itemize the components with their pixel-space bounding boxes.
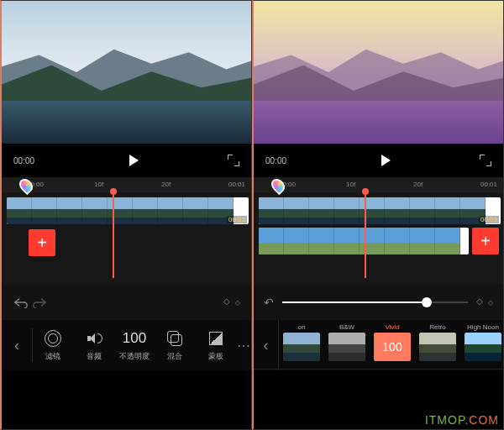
plus-icon: +: [37, 233, 47, 253]
effects-icon[interactable]: [476, 296, 493, 308]
plus-icon: +: [480, 232, 491, 251]
preview-image-filtered: [254, 1, 503, 144]
speaker-icon: [87, 332, 101, 345]
tool-opacity[interactable]: 100 不透明度: [114, 329, 155, 362]
intensity-slider-row: ↶: [254, 285, 503, 320]
ruler-tick: 20f: [161, 181, 171, 188]
add-track-button[interactable]: +: [29, 229, 55, 256]
preview-image-original: [2, 1, 251, 144]
ruler-tick: 20f: [413, 181, 423, 188]
intensity-slider[interactable]: [282, 302, 468, 303]
filter-swatch: [328, 333, 365, 361]
play-button[interactable]: [381, 155, 391, 166]
filter-intensity: 100: [382, 340, 402, 354]
tool-blend[interactable]: 混合: [155, 329, 195, 362]
tool-mask[interactable]: 蒙板: [196, 329, 236, 362]
overlay-clip-track[interactable]: [259, 228, 469, 254]
undo-button[interactable]: ↶: [264, 296, 274, 309]
clip-duration: 00:03: [227, 216, 247, 223]
chevron-left-icon: ‹: [264, 337, 269, 354]
tool-audio[interactable]: 音频: [73, 329, 113, 362]
filter-item-none[interactable]: on: [279, 320, 324, 370]
back-button[interactable]: ‹: [254, 320, 279, 370]
filter-swatch-selected: 100: [374, 333, 411, 361]
edit-controls-row: [2, 285, 251, 320]
video-clip-track[interactable]: 00:03: [259, 197, 501, 224]
editor-screen-left: 00:00 00:00 10f 20f 00:01 00:03 + ‹: [0, 0, 252, 430]
video-preview: 00:00: [2, 1, 251, 177]
undo-button[interactable]: [12, 293, 30, 312]
filter-item-highnoon[interactable]: High Noon: [460, 320, 503, 370]
filter-selector: ‹ on B&W Vivid 100 Retro High Noon: [254, 320, 503, 370]
fullscreen-icon[interactable]: [228, 155, 239, 166]
filter-item-retro[interactable]: Retro: [415, 320, 460, 370]
ruler-tick: 10f: [94, 181, 103, 188]
add-track-button[interactable]: +: [472, 228, 499, 254]
playhead[interactable]: [365, 191, 366, 278]
blend-icon: [167, 331, 182, 346]
tool-filter[interactable]: 滤镜: [33, 329, 73, 362]
bottom-toolbar: ‹ 滤镜 音频 100 不透明度 混合 蒙板 ⋯: [2, 320, 251, 370]
transport-bar: 00:00: [254, 144, 503, 177]
back-button[interactable]: ‹: [2, 337, 32, 354]
filter-item-vivid[interactable]: Vivid 100: [370, 320, 415, 370]
filter-swatch: [283, 333, 320, 361]
time-ruler: 00:00 10f 20f 00:01: [2, 177, 251, 192]
opacity-value: 100: [123, 330, 146, 347]
time-ruler: 00:00 10f 20f 00:01: [254, 177, 503, 192]
video-preview: 00:00: [254, 1, 503, 177]
editor-screen-right: 00:00 00:00 10f 20f 00:01 00:03 + ↶: [252, 0, 504, 430]
timeline[interactable]: 00:00 10f 20f 00:01 00:03 +: [2, 177, 251, 320]
filter-swatch: [419, 333, 456, 361]
video-clip-track[interactable]: 00:03: [7, 197, 249, 224]
current-time: 00:00: [265, 156, 286, 165]
mask-icon: [209, 332, 223, 345]
fullscreen-icon[interactable]: [480, 155, 491, 166]
playhead[interactable]: [113, 191, 114, 278]
ruler-tick: 00:01: [228, 181, 245, 188]
ruler-tick: 10f: [346, 181, 355, 188]
filter-item-bw[interactable]: B&W: [324, 320, 370, 370]
slider-thumb[interactable]: [422, 297, 432, 307]
current-time: 00:00: [13, 156, 34, 165]
ruler-tick: 00:01: [480, 181, 497, 188]
filter-swatch: [465, 333, 501, 361]
filter-icon: [45, 330, 61, 347]
effects-icon[interactable]: [223, 293, 241, 312]
play-button[interactable]: [129, 155, 139, 166]
clip-duration: 00:03: [479, 216, 499, 223]
transport-bar: 00:00: [2, 144, 251, 177]
chevron-left-icon: ‹: [14, 337, 19, 354]
redo-button[interactable]: [30, 293, 49, 312]
tool-more[interactable]: ⋯: [236, 336, 251, 354]
timeline[interactable]: 00:00 10f 20f 00:01 00:03 + ↶: [254, 177, 503, 320]
